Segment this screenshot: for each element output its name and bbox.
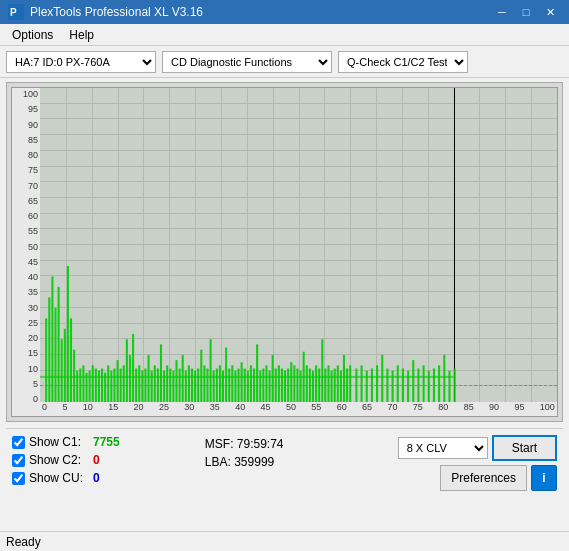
y-axis: 0 5 10 15 20 25 30 35 40 45 50 55 60 65 …: [12, 88, 40, 416]
svg-rect-92: [324, 369, 326, 402]
svg-rect-77: [278, 365, 280, 402]
svg-rect-111: [407, 371, 409, 402]
status-text: Ready: [6, 535, 41, 549]
test-select[interactable]: Q-Check C1/C2 Test: [338, 51, 468, 73]
svg-rect-96: [337, 365, 339, 402]
menu-bar: Options Help: [0, 24, 569, 46]
svg-rect-64: [237, 369, 239, 402]
svg-rect-18: [95, 369, 97, 402]
svg-rect-46: [182, 355, 184, 402]
svg-rect-97: [340, 371, 342, 402]
minimize-button[interactable]: ─: [491, 4, 513, 20]
cu-checkbox[interactable]: [12, 472, 25, 485]
preferences-button[interactable]: Preferences: [440, 465, 527, 491]
svg-rect-81: [290, 362, 292, 402]
start-button[interactable]: Start: [492, 435, 557, 461]
app-title: PlexTools Professional XL V3.16: [30, 5, 203, 19]
c2-value: 0: [93, 453, 133, 467]
svg-rect-114: [423, 365, 425, 402]
svg-rect-50: [194, 371, 196, 402]
svg-rect-3: [48, 297, 50, 402]
svg-rect-31: [135, 369, 137, 402]
svg-rect-14: [82, 365, 84, 402]
svg-rect-9: [67, 266, 69, 402]
menu-options[interactable]: Options: [4, 26, 61, 44]
svg-rect-52: [200, 350, 202, 402]
svg-rect-36: [151, 371, 153, 402]
svg-rect-102: [361, 365, 363, 402]
svg-rect-12: [76, 371, 78, 402]
toolbar: HA:7 ID:0 PX-760A CD Diagnostic Function…: [0, 46, 569, 78]
svg-rect-47: [185, 371, 187, 402]
svg-rect-76: [275, 369, 277, 402]
drive-select[interactable]: HA:7 ID:0 PX-760A: [6, 51, 156, 73]
svg-rect-33: [141, 371, 143, 402]
svg-rect-26: [120, 369, 122, 402]
c1-row: Show C1: 7755: [12, 435, 197, 449]
svg-rect-80: [287, 369, 289, 402]
c1-checkbox[interactable]: [12, 436, 25, 449]
svg-rect-19: [98, 371, 100, 402]
msf-label: MSF:: [205, 437, 237, 451]
svg-rect-41: [166, 365, 168, 402]
function-select[interactable]: CD Diagnostic Functions: [162, 51, 332, 73]
c1-value: 7755: [93, 435, 133, 449]
svg-rect-112: [412, 360, 414, 402]
svg-rect-17: [92, 365, 94, 402]
svg-rect-42: [169, 369, 171, 402]
svg-rect-53: [203, 365, 205, 402]
app-icon: P: [8, 4, 24, 20]
svg-rect-89: [315, 365, 317, 402]
svg-rect-94: [331, 371, 333, 402]
svg-rect-29: [129, 355, 131, 402]
svg-rect-71: [259, 371, 261, 402]
close-button[interactable]: ✕: [539, 4, 561, 20]
speed-row: 8 X CLV 4 X CLV 16 X CLV MAX CLV Start: [398, 435, 557, 461]
svg-rect-84: [300, 371, 302, 402]
svg-rect-82: [293, 365, 295, 402]
c1-label: Show C1:: [29, 435, 89, 449]
svg-rect-62: [231, 365, 233, 402]
svg-rect-122: [40, 376, 454, 378]
svg-rect-120: [454, 369, 456, 402]
svg-rect-51: [197, 369, 199, 402]
svg-rect-68: [250, 365, 252, 402]
info-button[interactable]: i: [531, 465, 557, 491]
svg-rect-61: [228, 369, 230, 402]
speed-select[interactable]: 8 X CLV 4 X CLV 16 X CLV MAX CLV: [398, 437, 488, 459]
svg-rect-54: [206, 369, 208, 402]
svg-rect-108: [392, 371, 394, 402]
svg-rect-4: [51, 276, 53, 402]
svg-rect-72: [262, 369, 264, 402]
svg-rect-44: [175, 360, 177, 402]
svg-text:P: P: [10, 7, 17, 18]
svg-rect-65: [241, 362, 243, 402]
chart-container: 0 5 10 15 20 25 30 35 40 45 50 55 60 65 …: [6, 82, 563, 422]
svg-rect-66: [244, 369, 246, 402]
svg-rect-86: [306, 365, 308, 402]
svg-rect-10: [70, 318, 72, 402]
svg-rect-57: [216, 369, 218, 402]
svg-rect-23: [110, 371, 112, 402]
main-content: 0 5 10 15 20 25 30 35 40 45 50 55 60 65 …: [0, 78, 569, 551]
lba-label: LBA:: [205, 455, 234, 469]
separator: [6, 428, 563, 429]
menu-help[interactable]: Help: [61, 26, 102, 44]
c2-checkbox[interactable]: [12, 454, 25, 467]
svg-rect-116: [433, 369, 435, 402]
svg-rect-56: [213, 371, 215, 402]
svg-rect-20: [101, 369, 103, 402]
cu-label: Show CU:: [29, 471, 89, 485]
chart-svg: [40, 88, 557, 402]
maximize-button[interactable]: □: [515, 4, 537, 20]
svg-rect-49: [191, 369, 193, 402]
svg-rect-98: [343, 355, 345, 402]
svg-rect-119: [448, 371, 450, 402]
svg-rect-79: [284, 371, 286, 402]
svg-rect-13: [79, 369, 81, 402]
svg-rect-107: [386, 369, 388, 402]
svg-rect-37: [154, 365, 156, 402]
svg-rect-32: [138, 365, 140, 402]
svg-rect-30: [132, 334, 134, 402]
svg-rect-105: [376, 365, 378, 402]
